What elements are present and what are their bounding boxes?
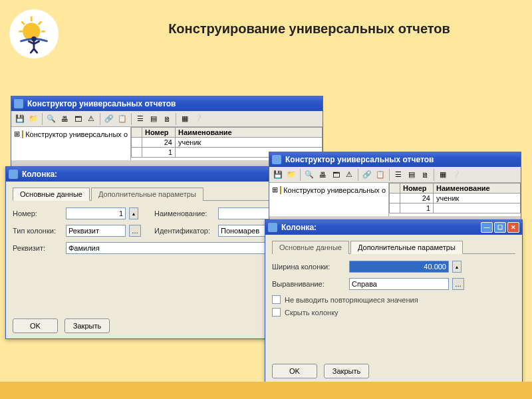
app-title: Конструктор универсальных отчетов <box>27 99 176 108</box>
tree-root-label: Конструктор универсальных о <box>25 130 128 138</box>
tree-expand-icon[interactable]: ⊞ <box>272 186 278 194</box>
toolbar-separator <box>358 169 358 181</box>
checkbox-norepeat[interactable]: Не выводить повторяющиеся значения <box>272 295 515 304</box>
folder-icon <box>22 130 23 138</box>
toolbar-link-icon[interactable]: 🔗 <box>103 113 115 125</box>
app-icon <box>14 99 23 108</box>
label-coltype: Тип колонки: <box>13 227 62 235</box>
input-align[interactable]: Справа <box>349 278 449 290</box>
tree-expand-icon[interactable]: ⊞ <box>14 130 20 138</box>
checkbox-norepeat-label: Не выводить повторяющиеся значения <box>285 296 418 304</box>
tab-main-data[interactable]: Основные данные <box>13 188 90 201</box>
slide-logo <box>9 9 59 59</box>
close-x-button[interactable]: ✕ <box>507 222 519 233</box>
tab-main-data[interactable]: Основные данные <box>272 241 349 254</box>
toolbar-form-icon[interactable]: ▤ <box>406 169 418 181</box>
toolbar-preview-icon[interactable]: 🗔 <box>330 169 342 181</box>
toolbar-help-icon[interactable]: ❔ <box>192 113 204 125</box>
tab-extra-params[interactable]: Дополнительные параметры <box>350 241 463 254</box>
toolbar-list-icon[interactable]: ☰ <box>392 169 404 181</box>
toolbar-print-icon[interactable]: 🖶 <box>317 169 329 181</box>
toolbar-copy-icon[interactable]: 📋 <box>116 113 128 125</box>
dialog2-title: Колонка: <box>281 223 317 232</box>
grid-pane[interactable]: Номер Наименование 24 ученик 1 <box>389 183 521 216</box>
toolbar-list-icon[interactable]: ☰ <box>134 113 146 125</box>
grid-marker-col <box>132 128 142 138</box>
tree-root-item[interactable]: ⊞ Конструктор универсальных о <box>272 186 386 194</box>
toolbar-separator <box>100 113 100 125</box>
checkbox-hide-label: Скрыть колонку <box>285 309 338 317</box>
dialog1-title: Колонка: <box>22 170 57 179</box>
grid-col-name[interactable]: Наименование <box>434 184 521 194</box>
align-picker-button[interactable]: … <box>452 278 464 290</box>
dialog-icon <box>9 170 18 179</box>
table-row[interactable]: 24 ученик <box>132 138 323 148</box>
toolbar-preview-icon[interactable]: 🗔 <box>72 113 84 125</box>
ok-button[interactable]: OK <box>272 364 317 378</box>
grid-col-name[interactable]: Наименование <box>176 128 323 138</box>
width-spin-button[interactable]: ▴ <box>452 261 462 273</box>
dialog-column-extra: Колонка: — ☐ ✕ Основные данные Дополните… <box>265 219 523 384</box>
close-button[interactable]: Закрыть <box>65 319 110 333</box>
toolbar-alert-icon[interactable]: ⚠ <box>343 169 355 181</box>
tree-root-item[interactable]: ⊞ Конструктор универсальных о <box>14 130 128 138</box>
toolbar-link-icon[interactable]: 🔗 <box>361 169 373 181</box>
toolbar-form-icon[interactable]: ▤ <box>148 113 160 125</box>
label-number: Номер: <box>13 209 62 217</box>
table-row[interactable]: 1 <box>390 203 521 213</box>
grid-col-number[interactable]: Номер <box>400 184 434 194</box>
tree-root-label: Конструктор универсальных о <box>283 186 386 194</box>
svg-line-4 <box>21 21 25 25</box>
toolbar-separator <box>42 113 43 125</box>
slide-footer <box>0 382 532 399</box>
coltype-picker-button[interactable]: … <box>129 225 141 237</box>
input-width[interactable]: 40.000 <box>349 261 449 273</box>
input-coltype[interactable]: Реквизит <box>66 225 126 237</box>
toolbar-separator <box>131 113 132 125</box>
toolbar-grid-icon[interactable]: ▦ <box>437 169 449 181</box>
ok-button[interactable]: OK <box>13 319 58 333</box>
toolbar-separator <box>300 169 301 181</box>
toolbar-save-icon[interactable]: 💾 <box>272 169 284 181</box>
number-spin-button[interactable]: ▴ <box>129 207 138 219</box>
content-area-2: ⊞ Конструктор универсальных о Номер Наим… <box>269 183 521 216</box>
tab-extra-params[interactable]: Дополнительные параметры <box>91 188 203 201</box>
toolbar-print-icon[interactable]: 🖶 <box>59 113 70 125</box>
label-name: Наименование: <box>154 209 214 217</box>
svg-point-0 <box>23 23 40 40</box>
minimize-button[interactable]: — <box>481 222 493 233</box>
input-number[interactable]: 1 <box>66 207 126 219</box>
toolbar-separator <box>176 113 176 125</box>
toolbar-copy-icon[interactable]: 📋 <box>374 169 386 181</box>
titlebar-1: Конструктор универсальных отчетов <box>11 96 323 111</box>
checkbox-hide[interactable]: Скрыть колонку <box>272 308 515 317</box>
toolbar-grid-icon[interactable]: ▦ <box>179 113 191 125</box>
toolbar-separator <box>434 169 434 181</box>
toolbar-help-icon[interactable]: ❔ <box>450 169 462 181</box>
grid-col-number[interactable]: Номер <box>142 128 176 138</box>
app-icon <box>272 155 281 164</box>
table-row[interactable]: 24 ученик <box>390 194 521 203</box>
tree-pane[interactable]: ⊞ Конструктор универсальных о <box>269 183 389 216</box>
maximize-button[interactable]: ☐ <box>494 222 506 233</box>
close-button[interactable]: Закрыть <box>324 364 369 378</box>
toolbar-doc-icon[interactable]: 🗎 <box>161 113 173 125</box>
toolbar-folder-icon[interactable]: 📁 <box>27 113 39 125</box>
checkbox-box-icon <box>272 308 281 317</box>
label-rekv: Реквизит: <box>13 244 62 252</box>
toolbar-alert-icon[interactable]: ⚠ <box>85 113 97 125</box>
titlebar-2: Конструктор универсальных отчетов <box>269 152 521 167</box>
toolbar-1: 💾 📁 🔍 🖶 🗔 ⚠ 🔗 📋 ☰ ▤ 🗎 ▦ ❔ <box>11 111 323 127</box>
toolbar-folder-icon[interactable]: 📁 <box>285 169 297 181</box>
folder-icon <box>280 186 281 194</box>
label-ident: Идентификатор: <box>154 227 214 235</box>
dialog2-titlebar: Колонка: — ☐ ✕ <box>265 220 522 235</box>
label-align: Выравнивание: <box>272 280 345 288</box>
toolbar-search-icon[interactable]: 🔍 <box>45 113 57 125</box>
tree-pane[interactable]: ⊞ Конструктор универсальных о <box>11 127 131 160</box>
toolbar-2: 💾 📁 🔍 🖶 🗔 ⚠ 🔗 📋 ☰ ▤ 🗎 ▦ ❔ <box>269 167 521 183</box>
toolbar-doc-icon[interactable]: 🗎 <box>419 169 431 181</box>
toolbar-search-icon[interactable]: 🔍 <box>303 169 315 181</box>
app-title: Конструктор универсальных отчетов <box>285 155 434 164</box>
toolbar-save-icon[interactable]: 💾 <box>14 113 26 125</box>
